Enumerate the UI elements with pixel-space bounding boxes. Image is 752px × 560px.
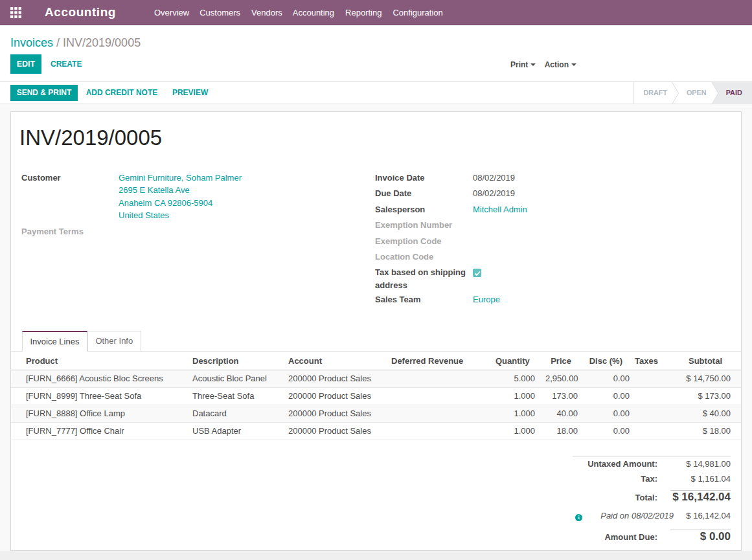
svg-text:PAID: PAID — [726, 89, 742, 96]
svg-text:OPEN: OPEN — [687, 89, 707, 96]
svg-text:DRAFT: DRAFT — [643, 89, 667, 96]
